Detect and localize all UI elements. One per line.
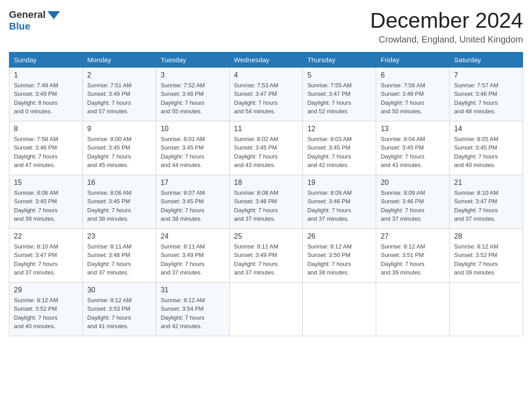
table-row: 30 Sunrise: 8:12 AM Sunset: 3:53 PM Dayl… — [82, 282, 156, 336]
table-row: 7 Sunrise: 7:57 AM Sunset: 3:46 PM Dayli… — [450, 67, 523, 121]
calendar-week-1: 1 Sunrise: 7:49 AM Sunset: 3:49 PM Dayli… — [9, 67, 523, 121]
table-row — [450, 282, 523, 336]
day-number: 20 — [381, 179, 445, 187]
table-row: 2 Sunrise: 7:51 AM Sunset: 3:49 PM Dayli… — [82, 67, 156, 121]
day-number: 7 — [454, 71, 518, 79]
day-info: Sunrise: 8:02 AM Sunset: 3:45 PM Dayligh… — [234, 135, 298, 170]
day-info: Sunrise: 8:10 AM Sunset: 3:47 PM Dayligh… — [14, 242, 78, 277]
table-row: 22 Sunrise: 8:10 AM Sunset: 3:47 PM Dayl… — [9, 228, 83, 282]
table-row: 19 Sunrise: 8:09 AM Sunset: 3:46 PM Dayl… — [303, 175, 376, 228]
day-info: Sunrise: 8:06 AM Sunset: 3:45 PM Dayligh… — [14, 188, 78, 223]
calendar-week-2: 8 Sunrise: 7:58 AM Sunset: 3:46 PM Dayli… — [9, 121, 523, 175]
table-row: 28 Sunrise: 8:12 AM Sunset: 3:52 PM Dayl… — [450, 228, 523, 282]
calendar-week-3: 15 Sunrise: 8:06 AM Sunset: 3:45 PM Dayl… — [9, 175, 523, 228]
table-row: 6 Sunrise: 7:56 AM Sunset: 3:46 PM Dayli… — [376, 67, 450, 121]
day-number: 25 — [234, 232, 298, 240]
day-number: 27 — [381, 232, 445, 240]
table-row: 5 Sunrise: 7:55 AM Sunset: 3:47 PM Dayli… — [303, 67, 376, 121]
day-number: 10 — [161, 125, 225, 133]
table-row — [303, 282, 376, 336]
page-header: General Blue December 2024 Crowland, Eng… — [9, 9, 523, 45]
table-row — [376, 282, 450, 336]
table-row: 25 Sunrise: 8:11 AM Sunset: 3:49 PM Dayl… — [229, 228, 303, 282]
day-number: 12 — [307, 125, 371, 133]
day-info: Sunrise: 8:07 AM Sunset: 3:45 PM Dayligh… — [161, 188, 225, 223]
day-number: 18 — [234, 179, 298, 187]
day-number: 9 — [87, 125, 151, 133]
day-info: Sunrise: 8:11 AM Sunset: 3:49 PM Dayligh… — [234, 242, 298, 277]
logo-blue-text: Blue — [9, 21, 60, 32]
logo: General Blue — [9, 9, 60, 32]
day-number: 4 — [234, 71, 298, 79]
day-info: Sunrise: 8:05 AM Sunset: 3:45 PM Dayligh… — [454, 135, 518, 170]
table-row: 10 Sunrise: 8:01 AM Sunset: 3:45 PM Dayl… — [156, 121, 229, 175]
table-row: 8 Sunrise: 7:58 AM Sunset: 3:46 PM Dayli… — [9, 121, 83, 175]
location-text: Crowland, England, United Kingdom — [370, 34, 523, 45]
table-row: 14 Sunrise: 8:05 AM Sunset: 3:45 PM Dayl… — [450, 121, 523, 175]
day-info: Sunrise: 7:53 AM Sunset: 3:47 PM Dayligh… — [234, 81, 298, 116]
day-number: 8 — [14, 125, 78, 133]
day-number: 26 — [307, 232, 371, 240]
table-row: 15 Sunrise: 8:06 AM Sunset: 3:45 PM Dayl… — [9, 175, 83, 228]
table-row: 18 Sunrise: 8:08 AM Sunset: 3:46 PM Dayl… — [229, 175, 303, 228]
day-info: Sunrise: 8:12 AM Sunset: 3:52 PM Dayligh… — [14, 296, 78, 331]
logo-general-text: General — [9, 9, 46, 21]
day-info: Sunrise: 8:12 AM Sunset: 3:51 PM Dayligh… — [381, 242, 445, 277]
day-info: Sunrise: 7:58 AM Sunset: 3:46 PM Dayligh… — [14, 135, 78, 170]
day-number: 17 — [161, 179, 225, 187]
day-number: 5 — [307, 71, 371, 79]
table-row: 16 Sunrise: 8:06 AM Sunset: 3:45 PM Dayl… — [82, 175, 156, 228]
day-info: Sunrise: 8:04 AM Sunset: 3:45 PM Dayligh… — [381, 135, 445, 170]
day-info: Sunrise: 8:10 AM Sunset: 3:47 PM Dayligh… — [454, 188, 518, 223]
table-row: 17 Sunrise: 8:07 AM Sunset: 3:45 PM Dayl… — [156, 175, 229, 228]
day-number: 11 — [234, 125, 298, 133]
day-info: Sunrise: 8:09 AM Sunset: 3:46 PM Dayligh… — [381, 188, 445, 223]
logo-triangle-icon — [47, 11, 60, 19]
day-number: 30 — [87, 286, 151, 294]
table-row: 1 Sunrise: 7:49 AM Sunset: 3:49 PM Dayli… — [9, 67, 83, 121]
day-info: Sunrise: 8:09 AM Sunset: 3:46 PM Dayligh… — [307, 188, 371, 223]
day-info: Sunrise: 8:08 AM Sunset: 3:46 PM Dayligh… — [234, 188, 298, 223]
day-number: 19 — [307, 179, 371, 187]
table-row: 11 Sunrise: 8:02 AM Sunset: 3:45 PM Dayl… — [229, 121, 303, 175]
table-row: 29 Sunrise: 8:12 AM Sunset: 3:52 PM Dayl… — [9, 282, 83, 336]
day-number: 15 — [14, 179, 78, 187]
day-number: 2 — [87, 71, 151, 79]
day-number: 23 — [87, 232, 151, 240]
day-number: 21 — [454, 179, 518, 187]
calendar-table: Sunday Monday Tuesday Wednesday Thursday… — [9, 52, 523, 336]
day-info: Sunrise: 8:06 AM Sunset: 3:45 PM Dayligh… — [87, 188, 151, 223]
day-info: Sunrise: 8:12 AM Sunset: 3:50 PM Dayligh… — [307, 242, 371, 277]
day-info: Sunrise: 8:12 AM Sunset: 3:53 PM Dayligh… — [87, 296, 151, 331]
day-number: 16 — [87, 179, 151, 187]
table-row: 3 Sunrise: 7:52 AM Sunset: 3:48 PM Dayli… — [156, 67, 229, 121]
table-row: 21 Sunrise: 8:10 AM Sunset: 3:47 PM Dayl… — [450, 175, 523, 228]
day-number: 14 — [454, 125, 518, 133]
col-monday: Monday — [82, 52, 156, 67]
day-number: 3 — [161, 71, 225, 79]
title-section: December 2024 Crowland, England, United … — [370, 9, 523, 45]
table-row: 4 Sunrise: 7:53 AM Sunset: 3:47 PM Dayli… — [229, 67, 303, 121]
day-number: 13 — [381, 125, 445, 133]
table-row: 12 Sunrise: 8:03 AM Sunset: 3:45 PM Dayl… — [303, 121, 376, 175]
day-info: Sunrise: 8:11 AM Sunset: 3:48 PM Dayligh… — [87, 242, 151, 277]
day-info: Sunrise: 8:01 AM Sunset: 3:45 PM Dayligh… — [161, 135, 225, 170]
day-number: 1 — [14, 71, 78, 79]
day-info: Sunrise: 8:12 AM Sunset: 3:54 PM Dayligh… — [161, 296, 225, 331]
day-number: 29 — [14, 286, 78, 294]
day-number: 24 — [161, 232, 225, 240]
day-info: Sunrise: 8:12 AM Sunset: 3:52 PM Dayligh… — [454, 242, 518, 277]
day-info: Sunrise: 7:52 AM Sunset: 3:48 PM Dayligh… — [161, 81, 225, 116]
day-number: 6 — [381, 71, 445, 79]
day-info: Sunrise: 7:56 AM Sunset: 3:46 PM Dayligh… — [381, 81, 445, 116]
day-number: 22 — [14, 232, 78, 240]
table-row: 26 Sunrise: 8:12 AM Sunset: 3:50 PM Dayl… — [303, 228, 376, 282]
col-wednesday: Wednesday — [229, 52, 303, 67]
day-info: Sunrise: 8:11 AM Sunset: 3:49 PM Dayligh… — [161, 242, 225, 277]
col-tuesday: Tuesday — [156, 52, 229, 67]
day-info: Sunrise: 7:55 AM Sunset: 3:47 PM Dayligh… — [307, 81, 371, 116]
day-info: Sunrise: 8:03 AM Sunset: 3:45 PM Dayligh… — [307, 135, 371, 170]
col-friday: Friday — [376, 52, 450, 67]
col-thursday: Thursday — [303, 52, 376, 67]
day-number: 31 — [161, 286, 225, 294]
